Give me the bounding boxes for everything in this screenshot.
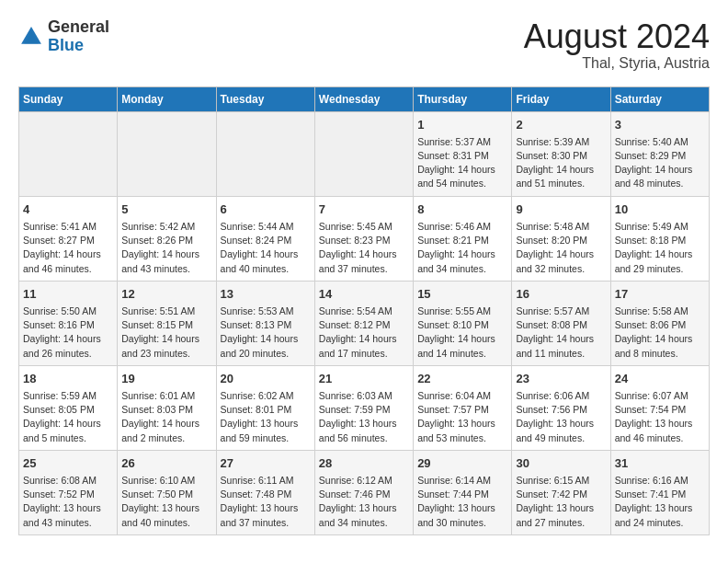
day-info: Sunrise: 5:44 AM Sunset: 8:24 PM Dayligh… [221,220,311,276]
title-block: August 2024 Thal, Styria, Austria [524,18,710,72]
calendar-cell: 20Sunrise: 6:02 AM Sunset: 8:01 PM Dayli… [216,365,314,450]
day-info: Sunrise: 5:39 AM Sunset: 8:30 PM Dayligh… [516,135,606,191]
day-number: 29 [417,455,507,472]
calendar-cell: 8Sunrise: 5:46 AM Sunset: 8:21 PM Daylig… [414,196,512,281]
day-info: Sunrise: 5:55 AM Sunset: 8:10 PM Dayligh… [417,304,507,361]
day-number: 7 [319,201,409,218]
calendar-cell: 26Sunrise: 6:10 AM Sunset: 7:50 PM Dayli… [118,450,216,534]
calendar-cell: 27Sunrise: 6:11 AM Sunset: 7:48 PM Dayli… [216,450,314,534]
calendar-week-row: 25Sunrise: 6:08 AM Sunset: 7:52 PM Dayli… [19,450,710,534]
weekday-header-thursday: Thursday [414,86,512,111]
calendar-cell [314,111,413,196]
calendar-header: SundayMondayTuesdayWednesdayThursdayFrid… [19,86,710,111]
day-info: Sunrise: 5:40 AM Sunset: 8:29 PM Dayligh… [615,135,705,191]
day-info: Sunrise: 6:12 AM Sunset: 7:46 PM Dayligh… [319,474,409,530]
calendar-week-row: 11Sunrise: 5:50 AM Sunset: 8:16 PM Dayli… [19,281,710,365]
calendar-cell: 22Sunrise: 6:04 AM Sunset: 7:57 PM Dayli… [414,365,512,450]
weekday-header-friday: Friday [512,86,610,111]
day-info: Sunrise: 5:57 AM Sunset: 8:08 PM Dayligh… [516,304,606,361]
logo-icon [18,24,44,50]
day-info: Sunrise: 6:01 AM Sunset: 8:03 PM Dayligh… [121,389,211,445]
logo-general-text: General [48,18,109,37]
day-number: 12 [121,286,211,303]
day-info: Sunrise: 6:06 AM Sunset: 7:56 PM Dayligh… [516,389,606,445]
day-number: 30 [516,455,606,472]
day-info: Sunrise: 6:14 AM Sunset: 7:44 PM Dayligh… [417,474,507,530]
day-number: 23 [516,371,606,387]
calendar-cell: 30Sunrise: 6:15 AM Sunset: 7:42 PM Dayli… [512,450,610,534]
day-number: 24 [615,371,705,387]
day-info: Sunrise: 5:53 AM Sunset: 8:13 PM Dayligh… [221,304,311,361]
calendar-cell: 9Sunrise: 5:48 AM Sunset: 8:20 PM Daylig… [512,196,610,281]
day-number: 6 [221,201,311,218]
day-info: Sunrise: 6:16 AM Sunset: 7:41 PM Dayligh… [615,474,705,530]
weekday-header-tuesday: Tuesday [216,86,314,111]
logo-blue-text: Blue [48,37,109,55]
calendar-cell: 23Sunrise: 6:06 AM Sunset: 7:56 PM Dayli… [512,365,610,450]
day-number: 4 [23,201,113,218]
day-info: Sunrise: 5:46 AM Sunset: 8:21 PM Dayligh… [417,220,507,276]
day-number: 11 [23,286,113,303]
day-number: 13 [221,286,311,303]
calendar-cell: 17Sunrise: 5:58 AM Sunset: 8:06 PM Dayli… [610,281,709,365]
day-info: Sunrise: 5:49 AM Sunset: 8:18 PM Dayligh… [615,220,705,276]
calendar-cell: 12Sunrise: 5:51 AM Sunset: 8:15 PM Dayli… [118,281,216,365]
day-number: 9 [516,201,606,218]
weekday-header-monday: Monday [118,86,216,111]
day-info: Sunrise: 6:15 AM Sunset: 7:42 PM Dayligh… [516,474,606,530]
calendar-week-row: 18Sunrise: 5:59 AM Sunset: 8:05 PM Dayli… [19,365,710,450]
month-year-title: August 2024 [524,18,710,55]
day-info: Sunrise: 5:59 AM Sunset: 8:05 PM Dayligh… [23,389,113,445]
day-number: 20 [221,371,311,387]
calendar-cell: 5Sunrise: 5:42 AM Sunset: 8:26 PM Daylig… [118,196,216,281]
calendar-cell: 18Sunrise: 5:59 AM Sunset: 8:05 PM Dayli… [19,365,118,450]
day-info: Sunrise: 5:42 AM Sunset: 8:26 PM Dayligh… [121,220,211,276]
day-number: 27 [221,455,311,472]
day-info: Sunrise: 6:04 AM Sunset: 7:57 PM Dayligh… [417,389,507,445]
calendar-cell: 24Sunrise: 6:07 AM Sunset: 7:54 PM Dayli… [610,365,709,450]
day-info: Sunrise: 5:50 AM Sunset: 8:16 PM Dayligh… [23,304,113,361]
calendar-cell: 3Sunrise: 5:40 AM Sunset: 8:29 PM Daylig… [610,111,709,196]
calendar-cell: 6Sunrise: 5:44 AM Sunset: 8:24 PM Daylig… [216,196,314,281]
calendar-cell: 16Sunrise: 5:57 AM Sunset: 8:08 PM Dayli… [512,281,610,365]
day-info: Sunrise: 5:54 AM Sunset: 8:12 PM Dayligh… [319,304,409,361]
calendar-cell: 28Sunrise: 6:12 AM Sunset: 7:46 PM Dayli… [314,450,413,534]
day-info: Sunrise: 6:10 AM Sunset: 7:50 PM Dayligh… [121,474,211,530]
day-number: 25 [23,455,113,472]
day-number: 16 [516,286,606,303]
day-number: 2 [516,117,606,133]
location-subtitle: Thal, Styria, Austria [524,55,710,72]
calendar-cell: 11Sunrise: 5:50 AM Sunset: 8:16 PM Dayli… [19,281,118,365]
calendar-cell: 15Sunrise: 5:55 AM Sunset: 8:10 PM Dayli… [414,281,512,365]
calendar-week-row: 1Sunrise: 5:37 AM Sunset: 8:31 PM Daylig… [19,111,710,196]
logo: General Blue [18,18,109,55]
day-info: Sunrise: 6:11 AM Sunset: 7:48 PM Dayligh… [221,474,311,530]
day-number: 17 [615,286,705,303]
day-number: 5 [121,201,211,218]
day-number: 22 [417,371,507,387]
weekday-header-saturday: Saturday [610,86,709,111]
calendar-cell: 19Sunrise: 6:01 AM Sunset: 8:03 PM Dayli… [118,365,216,450]
calendar-cell: 13Sunrise: 5:53 AM Sunset: 8:13 PM Dayli… [216,281,314,365]
day-info: Sunrise: 6:03 AM Sunset: 7:59 PM Dayligh… [319,389,409,445]
day-number: 3 [615,117,705,133]
calendar-cell: 25Sunrise: 6:08 AM Sunset: 7:52 PM Dayli… [19,450,118,534]
calendar-cell [19,111,118,196]
calendar-cell: 7Sunrise: 5:45 AM Sunset: 8:23 PM Daylig… [314,196,413,281]
day-number: 19 [121,371,211,387]
day-number: 28 [319,455,409,472]
logo-text: General Blue [48,18,109,55]
weekday-header-wednesday: Wednesday [314,86,413,111]
calendar-cell [216,111,314,196]
day-info: Sunrise: 5:58 AM Sunset: 8:06 PM Dayligh… [615,304,705,361]
calendar-cell: 21Sunrise: 6:03 AM Sunset: 7:59 PM Dayli… [314,365,413,450]
day-info: Sunrise: 5:51 AM Sunset: 8:15 PM Dayligh… [121,304,211,361]
calendar-cell: 29Sunrise: 6:14 AM Sunset: 7:44 PM Dayli… [414,450,512,534]
day-number: 26 [121,455,211,472]
weekday-header-row: SundayMondayTuesdayWednesdayThursdayFrid… [19,86,710,111]
day-number: 1 [417,117,507,133]
calendar-cell: 10Sunrise: 5:49 AM Sunset: 8:18 PM Dayli… [610,196,709,281]
calendar-table: SundayMondayTuesdayWednesdayThursdayFrid… [18,86,710,535]
day-info: Sunrise: 5:48 AM Sunset: 8:20 PM Dayligh… [516,220,606,276]
day-info: Sunrise: 6:08 AM Sunset: 7:52 PM Dayligh… [23,474,113,530]
